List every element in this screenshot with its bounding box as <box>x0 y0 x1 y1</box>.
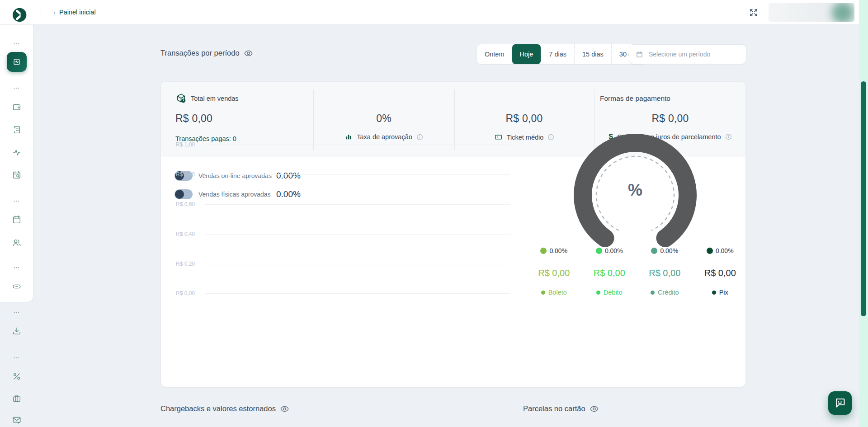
sidebar-item-downloads[interactable] <box>12 326 22 336</box>
sidebar-ellipsis: ... <box>14 264 20 268</box>
sidebar-ellipsis: ... <box>14 355 20 358</box>
sidebar-item-wallet[interactable] <box>12 102 22 112</box>
briefcase-icon <box>12 394 22 404</box>
period-button-15dias[interactable]: 15 dias <box>574 44 611 64</box>
sidebar-item-transactions[interactable] <box>12 147 22 157</box>
support-chat-button[interactable] <box>828 391 852 415</box>
y-tick-label: R$ 0,60 <box>176 201 199 207</box>
approval-rate-value: 0% <box>313 113 454 125</box>
credito-percent: 0.00% <box>660 247 678 254</box>
percent-icon <box>12 371 22 381</box>
pix-percent: 0.00% <box>716 247 734 254</box>
dashboard-activity-icon <box>12 57 22 67</box>
payment-methods-title: Formas de pagamento <box>567 94 703 103</box>
breadcrumb-label: Painel inicial <box>59 9 96 16</box>
sidebar-item-dashboard[interactable] <box>7 52 27 72</box>
activity-pulse-icon <box>12 147 22 157</box>
chat-smiley-icon <box>834 397 846 409</box>
gridline <box>205 234 510 235</box>
user-account-area[interactable] <box>769 3 854 22</box>
installments-section-title: Parcelas no cartão <box>523 404 599 413</box>
gridline <box>205 204 510 205</box>
sidebar-ellipsis: ... <box>14 85 20 89</box>
eye-icon[interactable] <box>244 50 253 56</box>
debito-dot-icon <box>596 248 602 254</box>
sidebar: ... ... ... <box>0 24 33 427</box>
legend-item-debito: 0.00% R$ 0,00 Débito <box>582 247 637 296</box>
eye-icon[interactable] <box>590 406 599 412</box>
legend-item-pix: 0.00% R$ 0,00 Pix <box>693 247 746 296</box>
receipt-icon <box>12 125 22 135</box>
debito-amount: R$ 0,00 <box>594 268 625 278</box>
info-icon[interactable] <box>725 133 732 140</box>
period-button-7dias[interactable]: 7 dias <box>541 44 574 64</box>
period-button-hoje[interactable]: Hoje <box>512 44 541 64</box>
legend-item-boleto: 0.00% R$ 0,00 Boleto <box>526 247 582 296</box>
approval-rate-label: Taxa de aprovação <box>357 133 412 141</box>
boleto-amount: R$ 0,00 <box>538 268 570 278</box>
download-icon <box>12 326 22 336</box>
pix-dot-icon <box>707 248 713 254</box>
sidebar-item-statement[interactable] <box>12 125 22 135</box>
wallet-icon <box>12 102 22 112</box>
boleto-dot-icon <box>541 291 545 295</box>
chargebacks-title-label: Chargebacks e valores estornados <box>160 404 276 413</box>
sidebar-ellipsis: ... <box>14 310 20 313</box>
sidebar-ellipsis: ... <box>14 41 20 44</box>
sidebar-item-payment-links[interactable] <box>12 282 22 291</box>
date-range-picker[interactable] <box>629 44 746 64</box>
fullscreen-icon[interactable] <box>749 8 759 18</box>
y-tick-row: R$ 0,80 <box>176 171 510 178</box>
breadcrumb-chevron-icon: › <box>53 9 56 16</box>
users-icon <box>12 238 22 248</box>
scrollbar-track[interactable] <box>859 0 868 427</box>
credito-dot-icon <box>651 248 657 254</box>
gridline <box>205 293 510 294</box>
ticket-icon <box>494 133 503 141</box>
sidebar-item-mail[interactable] <box>12 415 22 425</box>
sidebar-item-calendar[interactable] <box>12 215 22 225</box>
top-header: › Painel inicial <box>0 0 868 25</box>
info-icon[interactable] <box>416 134 423 141</box>
brand-logo-icon[interactable] <box>13 8 27 22</box>
package-clock-icon <box>175 93 187 104</box>
sidebar-item-customers[interactable] <box>12 238 22 248</box>
avatar <box>832 3 854 22</box>
period-title-label: Transações por período <box>160 49 240 57</box>
transactions-card: Total em vendas R$ 0,00 Transações pagas… <box>160 81 746 387</box>
y-tick-label: R$ 0,80 <box>176 171 199 178</box>
debito-label: Débito <box>604 289 623 296</box>
physical-sales-toggle[interactable] <box>175 189 193 199</box>
boleto-label: Boleto <box>548 289 567 296</box>
sidebar-item-schedule-search[interactable] <box>12 170 22 180</box>
link-icon <box>12 282 22 291</box>
credito-label: Crédito <box>658 289 679 296</box>
calendar-icon <box>12 215 22 225</box>
legend-item-credito: 0.00% R$ 0,00 Crédito <box>637 247 693 296</box>
payment-methods-legend: 0.00% R$ 0,00 Boleto 0.00% R$ 0,00 Débit… <box>526 247 746 296</box>
gridline <box>205 174 510 175</box>
sidebar-ellipsis: ... <box>14 198 20 202</box>
pix-label: Pix <box>719 289 728 296</box>
boleto-dot-icon <box>540 248 547 254</box>
bar-chart-icon <box>344 133 353 141</box>
gridline <box>205 145 510 145</box>
total-sales-value: R$ 0,00 <box>175 113 212 125</box>
y-tick-label: R$ 0,20 <box>176 261 199 267</box>
payment-methods-gauge: % <box>567 127 703 263</box>
date-range-input[interactable] <box>648 50 740 58</box>
average-ticket-label: Ticket médio <box>507 134 544 141</box>
y-tick-row: R$ 0,00 <box>176 290 510 296</box>
scrollbar-thumb[interactable] <box>861 81 866 316</box>
calendar-search-icon <box>12 170 22 180</box>
debito-percent: 0.00% <box>605 247 623 254</box>
info-icon[interactable] <box>547 134 554 141</box>
eye-icon[interactable] <box>280 406 289 412</box>
gauge-center-symbol: % <box>567 181 703 200</box>
breadcrumb[interactable]: › Painel inicial <box>53 0 96 24</box>
y-tick-row: R$ 0,60 <box>176 201 510 207</box>
sidebar-item-business[interactable] <box>12 394 22 404</box>
credito-amount: R$ 0,00 <box>649 268 680 278</box>
period-button-ontem[interactable]: Ontem <box>477 44 512 64</box>
sidebar-item-fees[interactable] <box>12 371 22 381</box>
